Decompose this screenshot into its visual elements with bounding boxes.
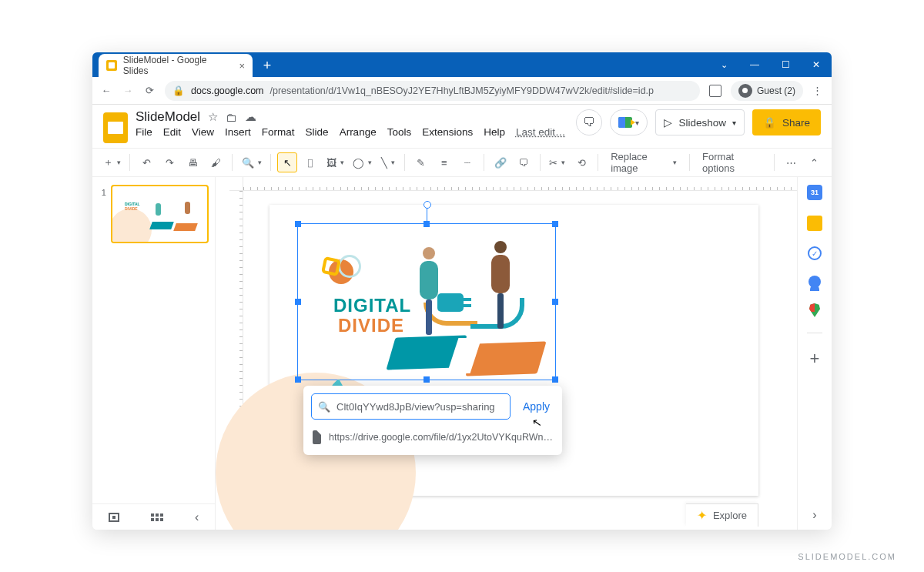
keep-icon[interactable] bbox=[807, 216, 822, 231]
insert-comment-button[interactable]: 🗨 bbox=[514, 152, 534, 172]
canvas-area[interactable]: DIGITAL DIVIDE 🔍 bbox=[216, 177, 797, 530]
selected-image[interactable]: DIGITAL DIVIDE bbox=[297, 223, 556, 380]
share-label: Share bbox=[782, 117, 810, 129]
textbox-button[interactable]: ⌷ bbox=[300, 152, 320, 172]
browser-tab[interactable]: SlideModel - Google Slides × bbox=[99, 54, 253, 77]
last-edit-link[interactable]: Last edit… bbox=[516, 126, 566, 138]
menu-bar: File Edit View Insert Format Slide Arran… bbox=[136, 126, 568, 138]
toolbar: ＋ ↶ ↷ 🖶 🖌 🔍 ↖ ⌷ 🖼 ◯ ╲ ✎ ≡ ┈ 🔗 🗨 ✂ ⟲ Repl… bbox=[92, 148, 832, 177]
filmstrip-footer: ‹ bbox=[92, 503, 216, 530]
share-button[interactable]: 🔒 Share bbox=[752, 109, 821, 135]
menu-extensions[interactable]: Extensions bbox=[422, 126, 473, 138]
get-addons-button[interactable]: + bbox=[810, 349, 820, 369]
browser-menu-icon[interactable]: ⋮ bbox=[812, 85, 824, 96]
back-button[interactable]: ← bbox=[100, 85, 112, 96]
explore-button[interactable]: ✦ Explore bbox=[686, 503, 758, 527]
more-tools-button[interactable]: ⋯ bbox=[781, 152, 801, 172]
new-slide-button[interactable]: ＋ bbox=[100, 152, 123, 172]
menu-slide[interactable]: Slide bbox=[306, 126, 329, 138]
image-button[interactable]: 🖼 bbox=[323, 152, 346, 172]
move-icon[interactable]: 🗀 bbox=[226, 111, 237, 124]
cloud-status-icon[interactable]: ☁ bbox=[245, 110, 256, 124]
google-slides-logo-icon[interactable] bbox=[103, 112, 128, 143]
reset-image-button[interactable]: ⟲ bbox=[571, 152, 591, 172]
resize-handle-ml[interactable] bbox=[295, 299, 301, 305]
contacts-icon[interactable] bbox=[808, 276, 821, 288]
minimize-button[interactable]: — bbox=[739, 52, 770, 77]
hide-sidepanel-icon[interactable]: › bbox=[812, 508, 816, 522]
shape-button[interactable]: ◯ bbox=[350, 152, 375, 172]
insert-link-popup: 🔍 Clt0IqYYwd8JpB/view?usp=sharing Apply … bbox=[303, 386, 562, 455]
profile-chip[interactable]: Guest (2) bbox=[731, 81, 803, 101]
replace-image-label: Replace image bbox=[611, 151, 669, 174]
menu-file[interactable]: File bbox=[136, 126, 152, 138]
resize-handle-tl[interactable] bbox=[295, 221, 301, 227]
border-dash-button[interactable]: ┈ bbox=[457, 152, 477, 172]
crop-button[interactable]: ✂ bbox=[547, 152, 569, 172]
slide-thumbnail[interactable]: DIGITAL DIVIDE bbox=[111, 185, 209, 243]
reload-button[interactable]: ⟳ bbox=[143, 85, 156, 96]
menu-help[interactable]: Help bbox=[484, 126, 505, 138]
forward-button[interactable]: → bbox=[122, 85, 134, 96]
ruler-corner bbox=[229, 177, 243, 191]
menu-arrange[interactable]: Arrange bbox=[340, 126, 377, 138]
print-button[interactable]: 🖶 bbox=[182, 152, 203, 172]
filmstrip-view-icon[interactable] bbox=[109, 513, 119, 522]
replace-image-button[interactable]: Replace image bbox=[604, 152, 683, 172]
calendar-icon[interactable] bbox=[807, 185, 822, 200]
resize-handle-tm[interactable] bbox=[424, 221, 430, 227]
tasks-icon[interactable] bbox=[808, 246, 822, 260]
link-search-input[interactable]: 🔍 Clt0IqYYwd8JpB/view?usp=sharing bbox=[311, 393, 511, 420]
menu-tools[interactable]: Tools bbox=[387, 126, 412, 138]
explore-label: Explore bbox=[713, 510, 747, 521]
header-actions: 🗨 ▾ ▷ Slideshow ▾ 🔒 Share bbox=[576, 109, 821, 135]
address-bar[interactable]: 🔒 docs.google.com/presentation/d/1Vw1q_n… bbox=[165, 81, 700, 101]
slideshow-label: Slideshow bbox=[678, 117, 726, 129]
resize-handle-bl[interactable] bbox=[295, 376, 301, 383]
paint-format-button[interactable]: 🖌 bbox=[206, 152, 226, 172]
zoom-button[interactable]: 🔍 bbox=[239, 152, 264, 172]
menu-edit[interactable]: Edit bbox=[163, 126, 181, 138]
close-tab-icon[interactable]: × bbox=[239, 60, 245, 72]
menu-format[interactable]: Format bbox=[262, 126, 295, 138]
redo-button[interactable]: ↷ bbox=[159, 152, 179, 172]
border-color-button[interactable]: ✎ bbox=[411, 152, 431, 172]
resize-handle-tr[interactable] bbox=[552, 221, 558, 227]
watermark: SLIDEMODEL.COM bbox=[798, 552, 896, 561]
resize-handle-br[interactable] bbox=[552, 376, 558, 383]
slide-canvas[interactable]: DIGITAL DIVIDE 🔍 bbox=[270, 205, 758, 496]
play-icon: ▷ bbox=[664, 116, 672, 129]
border-weight-button[interactable]: ≡ bbox=[434, 152, 454, 172]
new-tab-button[interactable]: + bbox=[257, 55, 277, 75]
menu-view[interactable]: View bbox=[192, 126, 214, 138]
doc-title[interactable]: SlideModel bbox=[136, 109, 200, 125]
maximize-button[interactable]: ☐ bbox=[770, 52, 801, 77]
maps-icon[interactable] bbox=[809, 303, 820, 317]
resize-handle-mr[interactable] bbox=[552, 299, 558, 305]
slides-favicon-icon bbox=[106, 60, 117, 71]
slideshow-button[interactable]: ▷ Slideshow ▾ bbox=[655, 109, 745, 135]
close-window-button[interactable]: ✕ bbox=[801, 52, 832, 77]
format-options-label: Format options bbox=[702, 151, 762, 174]
link-suggestion[interactable]: https://drive.google.com/file/d/1yx2UtoV… bbox=[311, 427, 554, 447]
star-icon[interactable]: ☆ bbox=[208, 110, 218, 124]
menu-insert[interactable]: Insert bbox=[225, 126, 251, 138]
tabs-dropdown-icon[interactable]: ⌄ bbox=[708, 52, 739, 77]
collapse-toolbar-button[interactable]: ⌃ bbox=[804, 152, 824, 172]
grid-view-icon[interactable] bbox=[151, 513, 163, 521]
workspace: 1 DIGITAL DIVIDE ‹ bbox=[92, 177, 832, 530]
window-controls: ⌄ — ☐ ✕ bbox=[708, 52, 832, 77]
extensions-icon[interactable] bbox=[709, 85, 721, 97]
comments-button[interactable]: 🗨 bbox=[576, 109, 602, 135]
select-tool-button[interactable]: ↖ bbox=[277, 152, 297, 172]
undo-button[interactable]: ↶ bbox=[136, 152, 156, 172]
collapse-filmstrip-icon[interactable]: ‹ bbox=[195, 510, 199, 524]
apply-button[interactable]: Apply ↖ bbox=[518, 400, 554, 413]
insert-link-button[interactable]: 🔗 bbox=[490, 152, 511, 172]
link-search-value: Clt0IqYYwd8JpB/view?usp=sharing bbox=[336, 401, 495, 413]
url-path: /presentation/d/1Vw1q_nBESOyJ2YE7HhyLftB… bbox=[270, 85, 654, 96]
file-icon bbox=[313, 430, 321, 444]
line-button[interactable]: ╲ bbox=[378, 152, 398, 172]
meet-button[interactable]: ▾ bbox=[610, 109, 648, 135]
format-options-button[interactable]: Format options bbox=[696, 152, 768, 172]
